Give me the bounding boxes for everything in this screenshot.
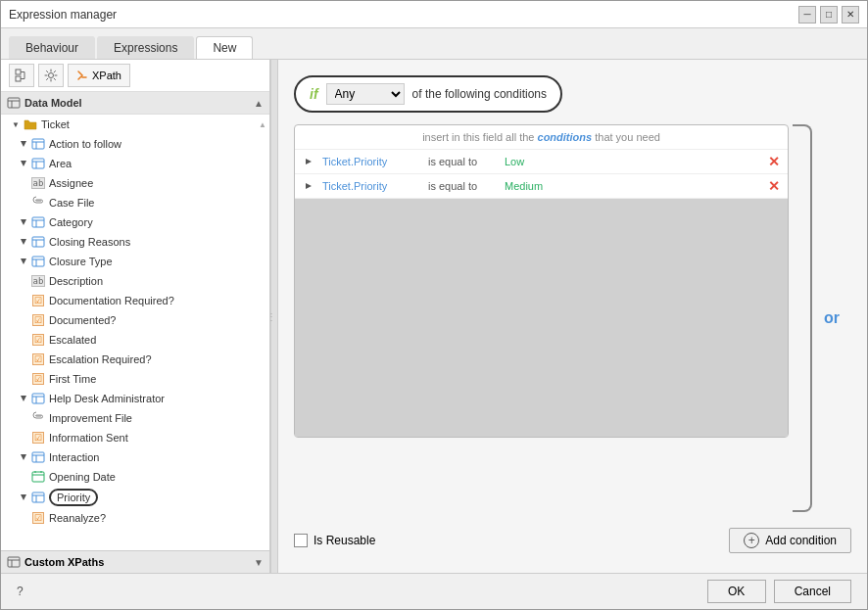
cancel-button[interactable]: Cancel — [774, 580, 851, 603]
escalated-icon: ☑ — [30, 332, 46, 348]
svg-rect-34 — [32, 452, 44, 462]
svg-marker-25 — [21, 258, 26, 264]
tree-node-category[interactable]: Category — [1, 212, 269, 232]
svg-marker-49 — [306, 183, 312, 189]
svg-rect-22 — [32, 237, 44, 247]
reanalyze-icon: ☑ — [30, 510, 46, 526]
if-label: if — [310, 86, 318, 102]
main-content: XPath Data Model ▲ — [1, 60, 867, 573]
information_sent-icon: ☑ — [30, 430, 46, 446]
closing_reasons-expand-icon[interactable] — [17, 235, 30, 249]
assignee-icon: ab — [30, 175, 46, 191]
tree-node-action_to_follow[interactable]: Action to follow — [1, 134, 269, 154]
resize-handle[interactable]: ⋮⋮ — [270, 60, 278, 573]
tree-node-closing_reasons[interactable]: Closing Reasons — [1, 232, 269, 252]
row-1-delete[interactable]: ✕ — [768, 154, 780, 169]
condition-rows-container: Ticket.Priority is equal to Low ✕ Ticket… — [295, 150, 788, 199]
tree-node-ticket[interactable]: ▼ Ticket ▲ — [1, 115, 269, 134]
tab-behaviour[interactable]: Behaviour — [9, 36, 95, 59]
case_file-label: Case File — [49, 197, 94, 209]
tab-expressions[interactable]: Expressions — [97, 36, 194, 59]
row-2-delete[interactable]: ✕ — [768, 178, 780, 194]
tree-node-priority[interactable]: Priority — [1, 487, 269, 508]
svg-rect-14 — [32, 159, 44, 168]
add-condition-button[interactable]: + Add condition — [729, 528, 851, 553]
svg-rect-18 — [32, 217, 44, 227]
tree-node-information_sent[interactable]: ☑Information Sent — [1, 428, 269, 447]
tree-node-closure_type[interactable]: Closure Type — [1, 252, 269, 271]
tree-node-case_file[interactable]: Case File — [1, 193, 269, 212]
data-model-collapse[interactable]: ▲ — [254, 98, 264, 109]
area-expand-icon[interactable] — [17, 157, 30, 170]
tree-node-opening_date[interactable]: Opening Date — [1, 467, 269, 487]
condition-row-1[interactable]: Ticket.Priority is equal to Low ✕ — [295, 150, 788, 174]
row-1-operator: is equal to — [428, 156, 497, 167]
tab-new[interactable]: New — [196, 36, 253, 59]
information_sent-label: Information Sent — [49, 432, 128, 444]
conditions-hint: insert in this field all the conditions … — [295, 125, 788, 150]
category-expand-icon[interactable] — [17, 215, 30, 229]
xpath-label: XPath — [92, 70, 121, 81]
condition-row-2[interactable]: Ticket.Priority is equal to Medium ✕ — [295, 174, 788, 199]
ticket-label: Ticket — [41, 118, 70, 130]
closure_type-icon — [30, 254, 46, 269]
ok-button[interactable]: OK — [707, 580, 766, 603]
first_time-icon: ☑ — [30, 371, 46, 387]
row-2-expand[interactable] — [303, 180, 314, 192]
action_to_follow-icon — [30, 136, 46, 152]
row-1-field: Ticket.Priority — [322, 156, 420, 167]
close-button[interactable]: ✕ — [842, 6, 859, 23]
tree-node-documentation_required[interactable]: ☑Documentation Required? — [1, 291, 269, 310]
help_desk_admin-label: Help Desk Administrator — [49, 393, 165, 404]
tree-node-improvement_file[interactable]: Improvement File — [1, 408, 269, 428]
window-controls: ─ □ ✕ — [798, 6, 859, 23]
svg-rect-37 — [32, 472, 44, 482]
assignee-label: Assignee — [49, 177, 93, 189]
minimize-button[interactable]: ─ — [798, 6, 816, 23]
tree-node-reanalyze[interactable]: ☑Reanalyze? — [1, 508, 269, 528]
tree-node-documented[interactable]: ☑Documented? — [1, 310, 269, 330]
maximize-button[interactable]: □ — [820, 6, 838, 23]
closure_type-expand-icon[interactable] — [17, 255, 30, 268]
svg-rect-1 — [16, 76, 21, 81]
tree-node-description[interactable]: abDescription — [1, 271, 269, 291]
documentation_required-label: Documentation Required? — [49, 295, 174, 306]
tree-node-help_desk_admin[interactable]: Help Desk Administrator — [1, 389, 269, 408]
help-button[interactable]: ? — [17, 585, 24, 598]
is-reusable-label: Is Reusable — [313, 534, 375, 547]
left-panel-toolbar: XPath — [1, 60, 269, 92]
xpath-button[interactable]: XPath — [68, 64, 130, 87]
ticket-expand-icon[interactable]: ▼ — [9, 117, 23, 131]
condition-select[interactable]: Any All None — [326, 83, 405, 105]
reanalyze-label: Reanalyze? — [49, 512, 106, 524]
category-icon — [30, 214, 46, 230]
tree-node-assignee[interactable]: abAssignee — [1, 173, 269, 193]
or-section: or — [789, 124, 851, 512]
tree-node-escalated[interactable]: ☑Escalated — [1, 330, 269, 350]
or-label: or — [812, 302, 851, 335]
tree-node-first_time[interactable]: ☑First Time — [1, 369, 269, 389]
svg-rect-45 — [8, 557, 20, 567]
folder-icon — [24, 117, 37, 131]
tree-node-area[interactable]: Area — [1, 154, 269, 173]
tree-node-escalation_required[interactable]: ☑Escalation Required? — [1, 350, 269, 369]
custom-xpaths-collapse[interactable]: ▼ — [254, 557, 264, 568]
tree-icon-button[interactable] — [9, 64, 34, 87]
description-icon: ab — [30, 273, 46, 289]
help_desk_admin-expand-icon[interactable] — [17, 392, 30, 405]
svg-rect-6 — [8, 98, 20, 108]
row-1-expand[interactable] — [303, 156, 314, 167]
is-reusable-checkbox[interactable] — [294, 534, 308, 547]
conditions-area: insert in this field all the conditions … — [294, 124, 789, 438]
action_to_follow-expand-icon[interactable] — [17, 137, 30, 151]
add-condition-label: Add condition — [765, 534, 837, 547]
category-label: Category — [49, 216, 93, 228]
is-reusable-section: Is Reusable — [294, 534, 375, 547]
right-panel: if Any All None of the following conditi… — [278, 60, 867, 573]
priority-expand-icon[interactable] — [17, 491, 30, 504]
tree-node-interaction[interactable]: Interaction — [1, 447, 269, 467]
interaction-expand-icon[interactable] — [17, 450, 30, 464]
svg-marker-29 — [21, 396, 26, 401]
settings-icon-button[interactable] — [38, 64, 64, 87]
improvement_file-icon — [30, 410, 46, 426]
